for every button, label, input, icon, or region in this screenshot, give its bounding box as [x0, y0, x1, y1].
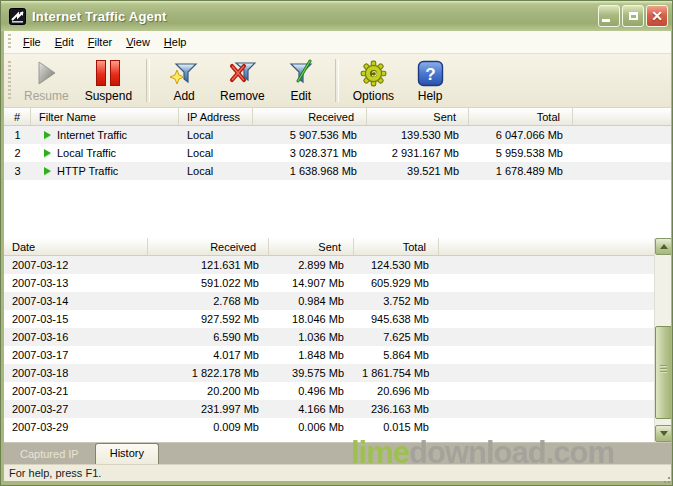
col-number[interactable]: # — [4, 108, 31, 125]
tab-history[interactable]: History — [95, 443, 159, 464]
cell-date: 2007-03-14 — [4, 292, 148, 310]
cell-received: 927.592 Mb — [148, 310, 269, 328]
app-window: Internet Traffic Agent ✕ File Edit Filte… — [0, 0, 673, 486]
cell-sent: 4.166 Mb — [269, 400, 354, 418]
options-button[interactable]: Options — [345, 54, 402, 107]
filters-header: # Filter Name IP Address Received Sent T… — [4, 108, 671, 126]
help-button[interactable]: ? Help — [402, 54, 458, 107]
vertical-scrollbar[interactable] — [654, 238, 671, 442]
cell-total: 1 861.754 Mb — [354, 364, 439, 382]
scrollbar-thumb[interactable] — [655, 326, 671, 419]
gear-icon — [360, 58, 387, 88]
tab-captured-ip[interactable]: Captured IP — [6, 445, 93, 464]
cell-total: 945.638 Mb — [354, 310, 439, 328]
suspend-button[interactable]: Suspend — [77, 54, 140, 107]
cell-total: 20.696 Mb — [354, 382, 439, 400]
add-filter-button[interactable]: Add — [156, 54, 212, 107]
history-row[interactable]: 2007-03-13 591.022 Mb 14.907 Mb 605.929 … — [4, 274, 654, 292]
cell-total: 124.530 Mb — [354, 256, 439, 274]
cell-sent: 2 931.167 Mb — [367, 144, 469, 162]
menu-edit[interactable]: Edit — [48, 34, 81, 50]
cell-total: 605.929 Mb — [354, 274, 439, 292]
cell-total: 236.163 Mb — [354, 400, 439, 418]
cell-total: 3.752 Mb — [354, 292, 439, 310]
help-icon: ? — [417, 58, 444, 88]
resume-button[interactable]: Resume — [16, 54, 77, 107]
maximize-button[interactable] — [622, 5, 644, 27]
menu-file[interactable]: File — [16, 34, 48, 50]
filter-remove-icon — [228, 58, 256, 88]
cell-received: 1 638.968 Mb — [253, 162, 367, 180]
cell-sent: 18.046 Mb — [269, 310, 354, 328]
minimize-icon — [602, 19, 610, 22]
cell-number: 3 — [4, 162, 31, 180]
scroll-down-button[interactable] — [655, 425, 671, 442]
chevron-up-icon — [660, 244, 668, 249]
running-filter-icon — [44, 131, 51, 139]
history-row[interactable]: 2007-03-17 4.017 Mb 1.848 Mb 5.864 Mb — [4, 346, 654, 364]
running-filter-icon — [44, 149, 51, 157]
menu-bar: File Edit Filter View Help — [4, 31, 671, 54]
cell-date: 2007-03-18 — [4, 364, 148, 382]
menu-help[interactable]: Help — [157, 34, 194, 50]
filter-row[interactable]: 3 HTTP Traffic Local 1 638.968 Mb 39.521… — [4, 162, 671, 180]
cell-date: 2007-03-17 — [4, 346, 148, 364]
title-bar[interactable]: Internet Traffic Agent ✕ — [1, 1, 673, 31]
edit-filter-button[interactable]: Edit — [273, 54, 329, 107]
col-date[interactable]: Date — [4, 238, 148, 255]
col-total[interactable]: Total — [354, 238, 439, 255]
history-row[interactable]: 2007-03-14 2.768 Mb 0.984 Mb 3.752 Mb — [4, 292, 654, 310]
history-row[interactable]: 2007-03-21 20.200 Mb 0.496 Mb 20.696 Mb — [4, 382, 654, 400]
history-row[interactable]: 2007-03-16 6.590 Mb 1.036 Mb 7.625 Mb — [4, 328, 654, 346]
menu-gripper[interactable] — [8, 34, 11, 49]
cell-received: 20.200 Mb — [148, 382, 269, 400]
close-button[interactable]: ✕ — [646, 5, 668, 27]
cell-sent: 139.530 Mb — [367, 126, 469, 144]
cell-total: 6 047.066 Mb — [469, 126, 573, 144]
close-icon: ✕ — [651, 9, 663, 23]
filter-edit-icon — [287, 58, 315, 88]
play-icon — [34, 58, 58, 88]
cell-sent: 0.006 Mb — [269, 418, 354, 436]
history-row[interactable]: 2007-03-29 0.009 Mb 0.006 Mb 0.015 Mb — [4, 418, 654, 436]
cell-sent: 2.899 Mb — [269, 256, 354, 274]
minimize-button[interactable] — [598, 5, 620, 27]
cell-sent: 39.521 Mb — [367, 162, 469, 180]
cell-filter-name: Local Traffic — [31, 144, 179, 162]
cell-date: 2007-03-21 — [4, 382, 148, 400]
col-received[interactable]: Received — [253, 108, 367, 125]
scroll-up-button[interactable] — [655, 238, 671, 255]
toolbar-separator — [335, 59, 339, 102]
cell-received: 4.017 Mb — [148, 346, 269, 364]
filter-row[interactable]: 2 Local Traffic Local 3 028.371 Mb 2 931… — [4, 144, 671, 162]
running-filter-icon — [44, 167, 51, 175]
filter-add-icon — [170, 58, 198, 88]
status-text: For help, press F1. — [4, 467, 101, 479]
cell-filter-name: Internet Traffic — [31, 126, 179, 144]
col-sent[interactable]: Sent — [269, 238, 354, 255]
remove-filter-button[interactable]: Remove — [212, 54, 273, 107]
menu-filter[interactable]: Filter — [81, 34, 119, 50]
toolbar: Resume Suspend Add — [4, 54, 671, 108]
cell-sent: 0.496 Mb — [269, 382, 354, 400]
col-total[interactable]: Total — [469, 108, 573, 125]
maximize-icon — [629, 12, 638, 20]
filter-row[interactable]: 1 Internet Traffic Local 5 907.536 Mb 13… — [4, 126, 671, 144]
col-sent[interactable]: Sent — [367, 108, 469, 125]
col-filter-name[interactable]: Filter Name — [31, 108, 179, 125]
history-row[interactable]: 2007-03-27 231.997 Mb 4.166 Mb 236.163 M… — [4, 400, 654, 418]
cell-sent: 39.575 Mb — [269, 364, 354, 382]
history-row[interactable]: 2007-03-12 121.631 Mb 2.899 Mb 124.530 M… — [4, 256, 654, 274]
history-row[interactable]: 2007-03-15 927.592 Mb 18.046 Mb 945.638 … — [4, 310, 654, 328]
cell-date: 2007-03-27 — [4, 400, 148, 418]
menu-view[interactable]: View — [119, 34, 157, 50]
toolbar-gripper[interactable] — [8, 61, 11, 101]
history-row[interactable]: 2007-03-18 1 822.178 Mb 39.575 Mb 1 861.… — [4, 364, 654, 382]
cell-received: 231.997 Mb — [148, 400, 269, 418]
resize-grip[interactable] — [659, 472, 671, 484]
col-received[interactable]: Received — [148, 238, 269, 255]
col-ip-address[interactable]: IP Address — [179, 108, 253, 125]
toolbar-separator — [146, 59, 150, 102]
cell-ip: Local — [179, 144, 253, 162]
col-filler — [573, 108, 671, 125]
